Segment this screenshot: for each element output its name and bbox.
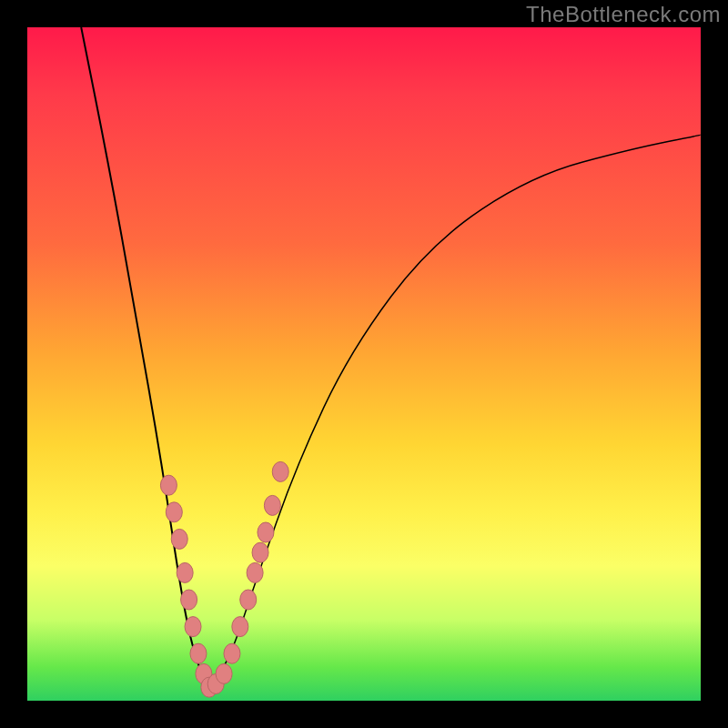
marker-dot — [272, 461, 288, 481]
curve-layer — [27, 27, 701, 701]
marker-dot — [166, 502, 182, 522]
marker-dot — [190, 643, 207, 663]
marker-dot — [247, 562, 263, 582]
marker-dot — [240, 590, 257, 610]
curve-left-branch — [81, 27, 209, 687]
plot-area — [27, 27, 701, 701]
marker-dot — [258, 522, 274, 542]
marker-dot — [264, 495, 280, 515]
marker-dot — [224, 643, 240, 663]
curve-right-branch — [209, 135, 701, 687]
watermark-text: TheBottleneck.com — [526, 2, 721, 27]
marker-dot — [181, 590, 197, 610]
marker-dot — [177, 562, 193, 582]
marker-dot — [185, 617, 201, 637]
marker-dot — [160, 475, 177, 495]
marker-dot — [252, 542, 268, 562]
marker-dot — [171, 529, 187, 549]
marker-dot — [232, 617, 248, 637]
marker-dot — [216, 663, 232, 683]
marker-dots-group — [160, 461, 288, 697]
chart-frame: TheBottleneck.com — [0, 0, 728, 728]
